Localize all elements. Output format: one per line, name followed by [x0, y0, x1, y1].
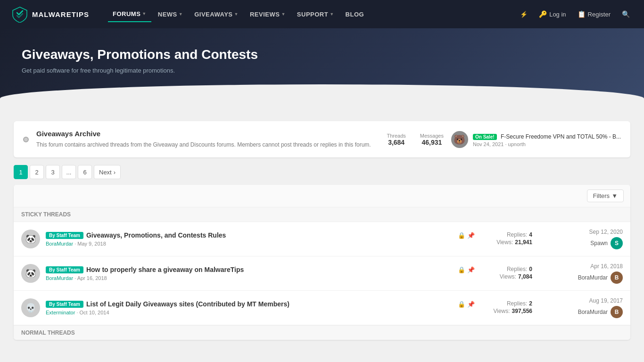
staff-tag: By Staff Team	[46, 301, 83, 308]
chevron-down-icon: ▼	[611, 192, 618, 199]
last-post-meta: Nov 24, 2021 · upnorth	[473, 141, 621, 147]
lock-icon: 🔒	[458, 232, 465, 239]
thread-meta: BoraMurdar · May 9, 2018	[46, 241, 475, 247]
thread-title[interactable]: How to properly share a giveaway on Malw…	[86, 266, 244, 273]
hero-section: Giveaways, Promotions and Contests Get p…	[0, 28, 644, 112]
thread-meta: BoraMurdar · Apr 16, 2018	[46, 275, 475, 281]
pin-icon: 📌	[467, 301, 475, 308]
thread-title-row: By Staff Team Giveaways, Promotions, and…	[46, 231, 475, 239]
thread-last-post: Aug 19, 2017 BoraMurdar B	[538, 297, 623, 318]
logo[interactable]: MALWARETIPS	[11, 6, 89, 23]
thread-title-row: By Staff Team How to properly share a gi…	[46, 266, 475, 273]
nav-news[interactable]: NEWS ▼	[153, 7, 188, 22]
staff-tag: By Staff Team	[46, 266, 83, 273]
thread-title-row: By Staff Team List of Legit Daily Giveaw…	[46, 300, 475, 308]
nav-support[interactable]: SUPPORT ▼	[292, 7, 339, 22]
top-navigation: MALWARETIPS FORUMS ▼ NEWS ▼ GIVEAWAYS ▼ …	[0, 0, 644, 28]
avatar: 🐼	[21, 264, 40, 283]
forum-row: Giveaways Archive This forum contains ar…	[14, 121, 630, 157]
last-post-avatar: S	[611, 237, 623, 249]
register-button[interactable]: 📋 Register	[575, 8, 613, 20]
thread-author[interactable]: BoraMurdar	[46, 275, 73, 281]
thread-meta: Exterminator · Oct 10, 2014	[46, 310, 475, 315]
page-6-button[interactable]: 6	[78, 165, 92, 179]
status-dot	[23, 137, 29, 142]
thread-row: 💀 By Staff Team List of Legit Daily Give…	[14, 291, 630, 325]
logo-text: MALWARETIPS	[32, 10, 89, 18]
avatar: 💀	[21, 298, 40, 317]
forum-info: Giveaways Archive This forum contains ar…	[36, 130, 379, 149]
lock-icon: 🔒	[458, 266, 465, 273]
thread-main: By Staff Team List of Legit Daily Giveaw…	[46, 300, 475, 315]
main-content: Giveaways Archive This forum contains ar…	[6, 112, 638, 349]
thread-row: 🐼 By Staff Team Giveaways, Promotions, a…	[14, 222, 630, 256]
nav-reviews[interactable]: REVIEWS ▼	[245, 7, 290, 22]
staff-tag: By Staff Team	[46, 232, 83, 239]
page-2-button[interactable]: 2	[30, 165, 44, 179]
login-button[interactable]: 🔑 Log in	[536, 8, 569, 20]
last-post-title-row: On Sale! F-Secure Freedome VPN and TOTAL…	[473, 132, 621, 140]
filters-button[interactable]: Filters ▼	[587, 189, 624, 202]
nav-links: FORUMS ▼ NEWS ▼ GIVEAWAYS ▼ REVIEWS ▼ SU…	[108, 7, 517, 22]
search-icon: 🔍	[622, 10, 630, 18]
chevron-down-icon: ▼	[234, 12, 239, 16]
nav-giveaways[interactable]: GIVEAWAYS ▼	[190, 7, 243, 22]
pin-icon: 📌	[467, 266, 475, 273]
forum-description: This forum contains archived threads fro…	[36, 140, 379, 149]
thread-icons: 🔒 📌	[458, 301, 475, 308]
sticky-threads-label: Sticky threads	[14, 207, 630, 222]
threads-stat: Threads 3,684	[387, 133, 405, 146]
thread-main: By Staff Team How to properly share a gi…	[46, 266, 475, 281]
chevron-down-icon: ▼	[142, 11, 146, 16]
thread-last-post: Sep 12, 2020 Spawn S	[538, 229, 623, 249]
page-1-button[interactable]: 1	[14, 165, 28, 179]
normal-threads-label: Normal threads	[14, 325, 630, 340]
thread-row: 🐼 By Staff Team How to properly share a …	[14, 256, 630, 291]
forum-name[interactable]: Giveaways Archive	[36, 130, 379, 138]
threads-header: Filters ▼	[14, 185, 630, 207]
thread-author[interactable]: BoraMurdar	[46, 241, 73, 247]
messages-stat: Messages 46,931	[420, 133, 444, 146]
forum-archive-card: Giveaways Archive This forum contains ar…	[14, 121, 630, 157]
chevron-right-icon: ›	[114, 169, 116, 176]
lightning-icon[interactable]: ⚡	[517, 9, 530, 20]
register-icon: 📋	[578, 10, 586, 18]
forum-last-post: 🐻 On Sale! F-Secure Freedome VPN and TOT…	[451, 131, 621, 148]
pin-icon: 📌	[467, 232, 475, 239]
nav-blog[interactable]: BLOG	[341, 7, 369, 22]
page-title: Giveaways, Promotions and Contests	[22, 47, 622, 62]
last-post-avatar: B	[611, 272, 623, 284]
last-post-date: Apr 16, 2018	[590, 263, 623, 270]
on-sale-badge: On Sale!	[473, 134, 497, 140]
last-post-avatar: B	[611, 306, 623, 318]
chevron-down-icon: ▼	[281, 12, 285, 16]
search-button[interactable]: 🔍	[619, 8, 633, 20]
key-icon: 🔑	[539, 10, 547, 18]
last-post-info: On Sale! F-Secure Freedome VPN and TOTAL…	[473, 132, 621, 147]
thread-author[interactable]: Exterminator	[46, 310, 75, 315]
pagination: 1 2 3 ... 6 Next ›	[14, 165, 630, 179]
last-post-avatar: 🐻	[451, 131, 468, 148]
thread-last-post: Apr 16, 2018 BoraMurdar B	[538, 263, 623, 284]
threads-section: Filters ▼ Sticky threads 🐼 By Staff Team…	[14, 185, 630, 340]
thread-stats: Replies: 4 Views: 21,941	[480, 231, 532, 247]
next-page-button[interactable]: Next ›	[94, 165, 121, 179]
lock-icon: 🔒	[458, 301, 465, 308]
thread-icons: 🔒 📌	[458, 266, 475, 273]
avatar: 🐼	[21, 230, 40, 248]
last-post-date: Sep 12, 2020	[589, 229, 623, 235]
page-3-button[interactable]: 3	[46, 165, 60, 179]
thread-main: By Staff Team Giveaways, Promotions, and…	[46, 231, 475, 247]
chevron-down-icon: ▼	[179, 12, 183, 16]
thread-icons: 🔒 📌	[458, 232, 475, 239]
last-post-username: BoraMurdar	[578, 274, 608, 281]
last-post-title[interactable]: F-Secure Freedome VPN and TOTAL 50% - B.…	[501, 133, 621, 140]
nav-forums[interactable]: FORUMS ▼	[108, 7, 151, 22]
page-subtitle: Get paid software for free through legit…	[22, 67, 622, 74]
thread-stats: Replies: 2 Views: 397,556	[480, 300, 532, 315]
thread-title[interactable]: Giveaways, Promotions, and Contests Rule…	[86, 231, 226, 239]
forum-stats: Threads 3,684 Messages 46,931	[387, 133, 444, 146]
last-post-username: BoraMurdar	[578, 309, 608, 315]
thread-title[interactable]: List of Legit Daily Giveaways sites (Con…	[86, 300, 289, 308]
page-ellipsis: ...	[62, 165, 76, 179]
